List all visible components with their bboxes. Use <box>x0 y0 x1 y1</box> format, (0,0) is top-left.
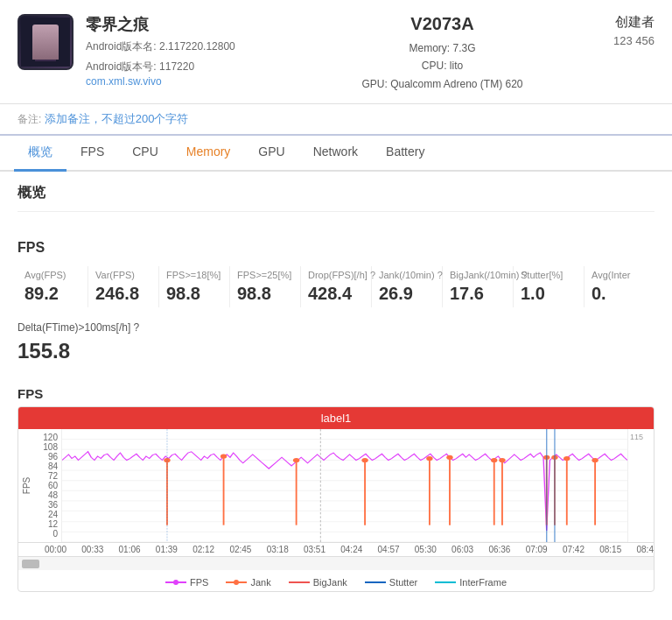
stat-bigjank: BigJank(/10min) ? 17.6 <box>443 266 514 307</box>
creator-label: 创建者 <box>550 14 654 31</box>
tab-overview[interactable]: 概览 <box>14 136 66 172</box>
stat-fps25: FPS>=25[%] 98.8 <box>230 266 301 307</box>
stat-avg-fps-value: 89.2 <box>24 284 80 304</box>
fps-section: FPS Avg(FPS) 89.2 Var(FPS) 246.8 FPS>=18… <box>18 226 654 592</box>
svg-point-25 <box>361 458 368 462</box>
svg-point-3 <box>34 25 57 42</box>
note-area: 备注: 添加备注，不超过200个字符 <box>0 104 672 136</box>
stat-stutter-label: Stutter[%] <box>521 270 577 280</box>
app-package: com.xml.sw.vivo <box>86 75 300 88</box>
legend-interframe: InterFrame <box>435 577 507 588</box>
note-link[interactable]: 添加备注，不超过200个字符 <box>45 112 189 125</box>
device-gpu: GPU: Qualcomm Adreno (TM) 620 <box>335 75 550 93</box>
stat-avg-fps-label: Avg(FPS) <box>24 270 80 280</box>
svg-point-33 <box>499 458 505 462</box>
note-prefix: 备注: <box>18 113 45 125</box>
stat-drop: Drop(FPS)[/h] ? 428.4 <box>301 266 372 307</box>
legend-interframe-icon <box>435 579 456 586</box>
tab-cpu[interactable]: CPU <box>118 136 172 172</box>
app-icon <box>18 14 74 70</box>
delta-label: Delta(FTime)>100ms[/h] ? <box>18 321 654 334</box>
tab-fps[interactable]: FPS <box>66 136 118 172</box>
legend-interframe-label: InterFrame <box>459 577 507 588</box>
app-info: 零界之痕 Android版本名: 2.117220.12800 Android版… <box>86 14 300 88</box>
legend-stutter: Stutter <box>365 577 417 588</box>
fps-section-title: FPS <box>18 226 654 266</box>
svg-point-27 <box>426 456 432 461</box>
tab-network[interactable]: Network <box>299 136 372 172</box>
stat-inter-label: Avg(Inter <box>592 270 648 280</box>
legend-bigjank: BigJank <box>289 577 347 588</box>
legend-jank: Jank <box>226 577 270 588</box>
stat-fps18-value: 98.8 <box>166 284 222 304</box>
svg-point-41 <box>592 458 598 462</box>
y-axis-title: FPS <box>22 477 32 494</box>
svg-point-31 <box>491 458 497 462</box>
app-name: 零界之痕 <box>86 14 300 35</box>
right-axis: 115 <box>627 429 654 542</box>
stat-fps25-value: 98.8 <box>237 284 293 304</box>
stat-inter: Avg(Inter 0. <box>584 266 654 307</box>
stat-jank-label: Jank(/10min) ? <box>379 270 435 280</box>
stat-fps18: FPS>=18[%] 98.8 <box>159 266 230 307</box>
svg-point-47 <box>173 580 178 585</box>
app-header: 零界之痕 Android版本名: 2.117220.12800 Android版… <box>0 0 672 104</box>
svg-point-39 <box>564 456 570 461</box>
stat-inter-value: 0. <box>592 284 648 304</box>
stat-var-fps-value: 246.8 <box>95 284 151 304</box>
stat-stutter: Stutter[%] 1.0 <box>514 266 584 307</box>
tab-bar: 概览 FPS CPU Memory GPU Network Battery <box>0 136 672 172</box>
legend-stutter-icon <box>365 579 386 586</box>
stat-bigjank-label: BigJank(/10min) ? <box>450 270 506 280</box>
stat-jank-value: 26.9 <box>379 284 435 304</box>
tab-memory[interactable]: Memory <box>172 136 245 172</box>
chart-scrollbar[interactable] <box>18 556 654 570</box>
device-memory: Memory: 7.3G <box>335 39 550 57</box>
chart-label-bar: label1 <box>18 407 654 429</box>
stat-var-fps-label: Var(FPS) <box>95 270 151 280</box>
chart-title: FPS <box>18 377 654 406</box>
stat-stutter-value: 1.0 <box>521 284 577 304</box>
android-version-num: Android版本号: 117220 <box>86 59 300 75</box>
scrollbar-thumb[interactable] <box>22 560 39 568</box>
fps-chart: label1 FPS 120 108 96 84 72 60 48 36 24 <box>18 406 654 592</box>
legend-fps: FPS <box>165 577 208 588</box>
delta-value: 155.8 <box>18 339 654 363</box>
legend-fps-icon <box>165 579 186 586</box>
stat-var-fps: Var(FPS) 246.8 <box>88 266 159 307</box>
tab-battery[interactable]: Battery <box>372 136 438 172</box>
creator-id: 123 456 <box>550 34 654 47</box>
delta-section: Delta(FTime)>100ms[/h] ? 155.8 <box>18 321 654 363</box>
tab-gpu[interactable]: GPU <box>244 136 298 172</box>
svg-point-49 <box>234 580 239 585</box>
y-axis: 120 108 96 84 72 60 48 36 24 12 0 <box>36 429 62 542</box>
legend-fps-label: FPS <box>190 577 208 588</box>
device-model: V2073A <box>335 14 550 34</box>
stat-fps18-label: FPS>=18[%] <box>166 270 222 280</box>
svg-point-4 <box>40 35 44 39</box>
stat-jank: Jank(/10min) ? 26.9 <box>372 266 443 307</box>
stat-avg-fps: Avg(FPS) 89.2 <box>18 266 88 307</box>
svg-rect-2 <box>35 44 56 61</box>
svg-point-1 <box>35 25 56 49</box>
creator-info: 创建者 123 456 <box>550 14 654 47</box>
android-version: Android版本名: 2.117220.12800 <box>86 39 300 55</box>
stat-fps25-label: FPS>=25[%] <box>237 270 293 280</box>
legend-stutter-label: Stutter <box>389 577 417 588</box>
stat-drop-value: 428.4 <box>308 284 364 304</box>
legend-bigjank-icon <box>289 579 310 586</box>
legend-jank-icon <box>226 579 247 586</box>
device-info: V2073A Memory: 7.3G CPU: lito GPU: Qualc… <box>300 14 550 93</box>
fps-stats-grid: Avg(FPS) 89.2 Var(FPS) 246.8 FPS>=18[%] … <box>18 266 654 307</box>
app-icon-image <box>19 16 72 68</box>
legend-jank-label: Jank <box>250 577 270 588</box>
overview-title: 概览 <box>18 172 654 212</box>
svg-point-23 <box>293 458 299 462</box>
chart-plot <box>62 429 627 542</box>
main-content: 概览 FPS Avg(FPS) 89.2 Var(FPS) 246.8 FPS>… <box>0 172 672 592</box>
device-cpu: CPU: lito <box>335 57 550 74</box>
svg-point-5 <box>47 35 51 39</box>
x-axis: 00:00 00:33 01:06 01:39 02:12 02:45 03:1… <box>18 542 654 556</box>
stat-drop-label: Drop(FPS)[/h] ? <box>308 270 364 280</box>
fps-chart-svg <box>62 429 627 542</box>
